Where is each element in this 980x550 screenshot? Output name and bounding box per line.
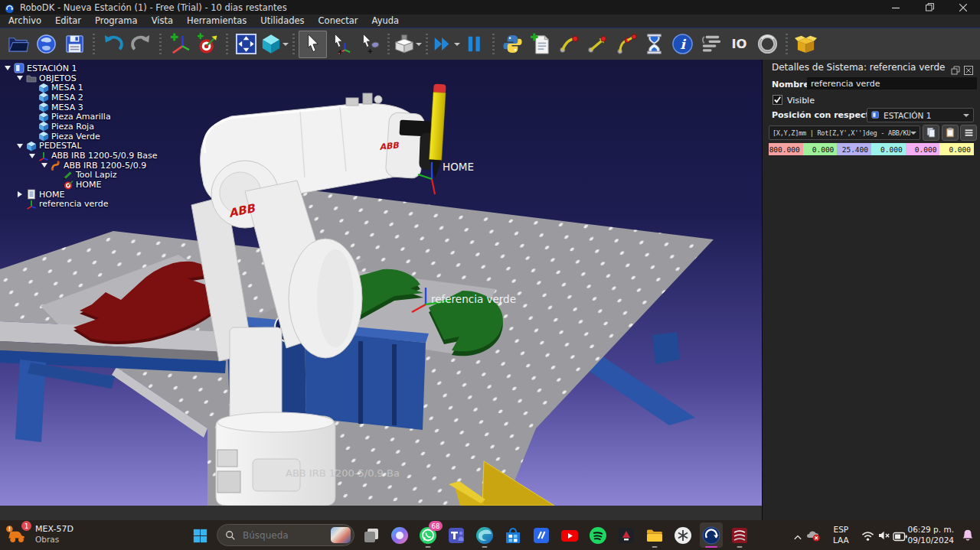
tree-item-pedestal[interactable]: PEDESTAL	[3, 142, 158, 151]
add-target-button[interactable]	[194, 31, 222, 58]
taskbar-app-video-app[interactable]	[728, 522, 751, 548]
tree-item-objetos[interactable]: OBJETOS	[3, 73, 158, 83]
menu-utilidades[interactable]: Utilidades	[253, 15, 311, 28]
taskbar-app-robodk[interactable]	[700, 522, 723, 548]
expander-open-icon[interactable]	[15, 73, 24, 83]
taskbar-app-chatgpt[interactable]	[671, 522, 694, 548]
program-events-button[interactable]	[697, 31, 725, 58]
pose-rx-value[interactable]: 0.000	[939, 143, 974, 155]
menu-programa[interactable]: Programa	[88, 15, 145, 28]
pose-format-dropdown[interactable]: [X,Y,Z]mm | Rot[Z,Y',X'']deg - ABB/KUI	[769, 125, 920, 140]
add-reference-frame-button[interactable]	[165, 31, 194, 58]
online-library-button[interactable]	[32, 31, 60, 58]
taskbar-app-game-app[interactable]	[615, 522, 638, 548]
expander-open-icon[interactable]	[40, 161, 49, 170]
onedrive-error-icon[interactable]	[805, 528, 821, 545]
pose-y-value[interactable]: 0.000	[803, 143, 838, 155]
menu-ayuda[interactable]: Ayuda	[365, 15, 407, 28]
check-collisions-button[interactable]	[394, 31, 422, 58]
taskbar-widget[interactable]: ! 1 MEX-57D Obras	[5, 522, 74, 545]
close-button[interactable]	[946, 0, 980, 15]
move-linear-instruction-button[interactable]	[583, 31, 612, 58]
select-cursor-button[interactable]	[299, 31, 327, 58]
clock[interactable]: 06:29 p. m. 09/10/2024	[903, 524, 954, 545]
minimize-button[interactable]	[879, 0, 913, 15]
fit-view-button[interactable]	[232, 31, 260, 58]
tray-expand-chevron-icon[interactable]	[792, 530, 803, 545]
restore-button[interactable]	[913, 0, 946, 15]
move-tool-button[interactable]	[355, 31, 384, 58]
position-reference-dropdown[interactable]: ESTACIÓN 1	[867, 108, 974, 122]
taskbar-app-task-view[interactable]	[360, 522, 383, 548]
expander-open-icon[interactable]	[28, 151, 37, 161]
expander-open-icon[interactable]	[15, 142, 24, 151]
tree-item-pieza-amarilla[interactable]: Pieza Amarilla	[3, 112, 158, 122]
save-station-button[interactable]	[60, 31, 89, 58]
add-program-button[interactable]	[527, 31, 555, 58]
expander-open-icon[interactable]	[3, 63, 12, 73]
tree-item-abb-irb-1200-5-0-9[interactable]: ABB IRB 1200-5/0.9	[3, 161, 158, 171]
add-python-program-button[interactable]	[498, 31, 527, 58]
menu-conectar[interactable]: Conectar	[312, 15, 365, 28]
menu-archivo[interactable]: Archivo	[2, 15, 48, 28]
io-status-button[interactable]: IO	[725, 31, 753, 58]
tree-item-home[interactable]: HOME	[3, 180, 158, 190]
tree-item-home[interactable]: HOME	[3, 190, 158, 200]
undo-button[interactable]	[99, 31, 127, 58]
start-button[interactable]	[189, 525, 211, 546]
paste-pose-button[interactable]	[942, 125, 959, 141]
tree-item-abb-irb-1200-5-0-9-base[interactable]: ABB IRB 1200-5/0.9 Base	[3, 151, 158, 161]
tree-item-mesa-1[interactable]: MESA 1	[3, 83, 158, 93]
pose-ry-value[interactable]: 0.000	[906, 143, 940, 155]
tree-item-referencia-verde[interactable]: referencia verde	[3, 200, 158, 210]
wifi-icon[interactable]	[861, 529, 875, 545]
pose-x-value[interactable]: 800.000	[769, 143, 803, 155]
tree-item-estaci-n-1[interactable]: ESTACIÓN 1	[3, 63, 158, 73]
tree-item-pieza-roja[interactable]: Pieza Roja	[3, 122, 158, 132]
pose-menu-button[interactable]	[960, 125, 977, 141]
robot-machining-button[interactable]	[753, 31, 782, 58]
dropdown-caret-icon[interactable]	[416, 43, 422, 46]
copy-pose-button[interactable]	[923, 125, 939, 141]
open-project-button[interactable]	[4, 31, 32, 58]
dropdown-caret-icon[interactable]	[283, 43, 289, 46]
visible-checkbox[interactable]	[773, 95, 782, 105]
export-simulation-button[interactable]	[792, 31, 820, 58]
taskbar-app-copilot[interactable]	[388, 522, 411, 548]
simulation-speed-button[interactable]	[640, 31, 668, 58]
taskbar-app-spotify[interactable]	[586, 522, 609, 548]
tree-item-pieza-verde[interactable]: Pieza Verde	[3, 132, 158, 142]
name-input[interactable]	[807, 77, 977, 89]
pose-rz-value[interactable]: 0.000	[871, 143, 906, 155]
language-indicator[interactable]: ESP LAA	[833, 524, 849, 545]
dropdown-caret-icon[interactable]	[454, 43, 460, 46]
isometric-view-button[interactable]	[260, 31, 289, 58]
search-input[interactable]	[241, 529, 331, 542]
menu-herramientas[interactable]: Herramientas	[180, 15, 253, 28]
show-info-button[interactable]: i	[668, 31, 697, 58]
pause-simulation-button[interactable]	[460, 31, 488, 58]
menu-vista[interactable]: Vista	[145, 15, 180, 28]
volume-muted-icon[interactable]	[877, 529, 892, 545]
fast-simulation-button[interactable]	[432, 31, 460, 58]
tree-item-mesa-2[interactable]: MESA 2	[3, 93, 158, 103]
expander-closed-icon[interactable]	[15, 190, 24, 199]
taskbar-app-microsoft-store[interactable]	[501, 522, 524, 548]
taskbar-app-youtube[interactable]	[558, 522, 581, 548]
move-circular-instruction-button[interactable]	[612, 31, 640, 58]
taskbar-app-app-slashes[interactable]	[530, 522, 553, 548]
pose-z-value[interactable]: 25.400	[837, 143, 871, 155]
menu-editar[interactable]: Editar	[48, 15, 88, 28]
undock-icon[interactable]	[951, 63, 960, 73]
notification-bell-icon[interactable]	[961, 528, 975, 545]
move-reference-button[interactable]	[327, 31, 355, 58]
taskbar-app-teams[interactable]	[445, 522, 468, 548]
tree-item-tool-lapiz[interactable]: Tool Lapiz	[3, 171, 158, 181]
search-highlight-thumbnail[interactable]	[331, 527, 351, 543]
taskbar-app-file-explorer[interactable]	[643, 522, 666, 548]
move-joint-instruction-button[interactable]	[555, 31, 583, 58]
redo-button[interactable]	[127, 31, 155, 58]
taskbar-app-whatsapp[interactable]: 68	[416, 522, 439, 548]
taskbar-app-edge[interactable]	[473, 522, 496, 548]
search-box[interactable]	[217, 524, 354, 546]
